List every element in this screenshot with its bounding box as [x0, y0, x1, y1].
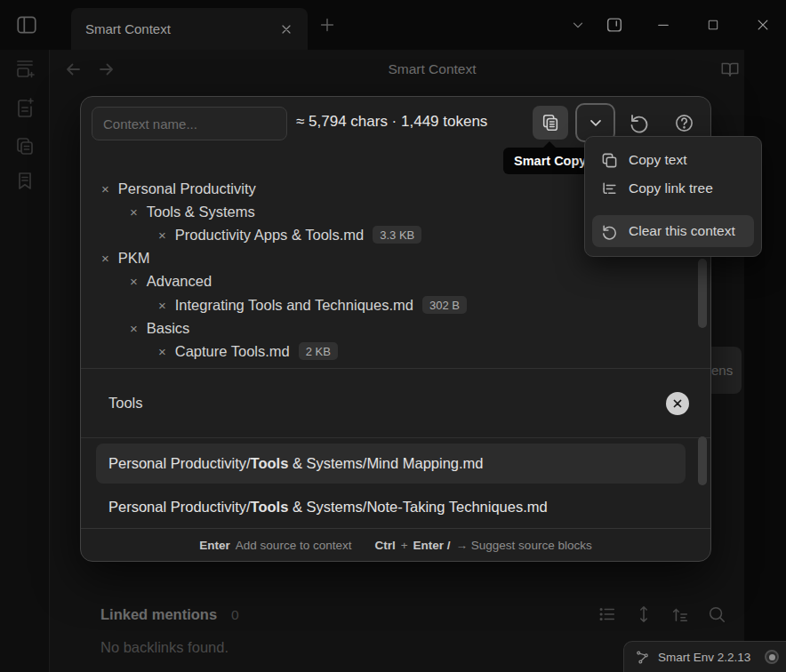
chevron-down-icon: [587, 114, 605, 132]
tab-label: Smart Context: [85, 21, 279, 36]
smart-copy-tooltip: Smart Copy: [503, 148, 597, 174]
tree-label: PKM: [118, 250, 150, 267]
back-icon[interactable]: [62, 59, 84, 80]
undo-icon: [629, 112, 650, 133]
undo-icon: [601, 223, 618, 240]
tree-label: Tools & Systems: [147, 204, 255, 220]
forward-icon[interactable]: [96, 59, 117, 80]
tree-label: Personal Productivity: [118, 180, 256, 197]
size-badge: 302 B: [422, 296, 467, 314]
tree-row[interactable]: ×Advanced: [81, 270, 694, 293]
remove-item-icon[interactable]: ×: [158, 228, 166, 243]
help-button[interactable]: [670, 108, 698, 137]
new-note-icon[interactable]: [14, 98, 36, 119]
new-tab-button[interactable]: [317, 15, 337, 35]
list-tree-icon: [601, 180, 618, 197]
remove-item-icon[interactable]: ×: [158, 344, 166, 359]
size-badge: 3.3 KB: [373, 226, 421, 244]
maximize-button[interactable]: [702, 14, 724, 36]
reading-mode-icon[interactable]: [720, 60, 740, 79]
hint-key-enter: Enter: [199, 539, 230, 552]
hint-enter-label: Add source to context: [236, 539, 352, 552]
remove-item-icon[interactable]: ×: [158, 298, 166, 313]
smart-env-status-indicator: [765, 650, 779, 664]
right-sidebar-toggle-icon[interactable]: [604, 14, 625, 36]
smart-env-label: Smart Env 2.2.13: [658, 651, 757, 664]
tree-label: Integrating Tools and Techniques.md: [175, 297, 413, 314]
remove-item-icon[interactable]: ×: [101, 181, 109, 196]
source-search-input[interactable]: [108, 395, 666, 412]
remove-item-icon[interactable]: ×: [130, 321, 138, 336]
view-header: Smart Context: [50, 50, 786, 89]
tree-row[interactable]: ×Integrating Tools and Techniques.md302 …: [81, 293, 694, 316]
hint-suggest-label: → Suggest source blocks: [456, 539, 592, 552]
smart-copy-button[interactable]: [533, 106, 568, 140]
minimize-button[interactable]: [653, 14, 674, 36]
help-icon: [674, 113, 694, 133]
tab-list-chevron-icon[interactable]: [567, 14, 589, 36]
size-badge: 2 KB: [299, 342, 338, 360]
linked-mentions-count: 0: [231, 607, 239, 622]
clear-search-button[interactable]: [666, 392, 689, 415]
tree-label: Productivity Apps & Tools.md: [175, 227, 364, 244]
view-title: Smart Context: [117, 61, 720, 77]
copy-icon: [601, 152, 618, 169]
sort-asc-icon[interactable]: [670, 604, 690, 624]
updown-icon[interactable]: [634, 604, 654, 624]
tree-label: Basics: [147, 320, 190, 337]
tab-smart-context[interactable]: Smart Context: [71, 8, 308, 50]
tree-row[interactable]: ×Basics: [81, 316, 694, 340]
clear-context-button[interactable]: [625, 108, 654, 137]
tree-label: Advanced: [147, 273, 212, 290]
copy-options-menu: Copy text Copy link tree Clear this cont…: [584, 136, 762, 257]
remove-item-icon[interactable]: ×: [130, 274, 138, 289]
remove-item-icon[interactable]: ×: [130, 204, 138, 220]
bookmark-icon[interactable]: [14, 170, 36, 191]
suggestion-item[interactable]: Personal Productivity/Tools & Systems/No…: [96, 488, 686, 525]
titlebar: Smart Context: [0, 0, 786, 50]
hint-key-enter-slash: Enter /: [413, 539, 451, 552]
tab-close-icon[interactable]: [279, 22, 293, 36]
smart-copy-icon: [541, 113, 560, 132]
bullet-list-icon[interactable]: [598, 604, 617, 624]
menu-item-copy-text[interactable]: Copy text: [592, 146, 754, 174]
statusbar-smart-env[interactable]: Smart Env 2.2.13: [623, 641, 786, 672]
linked-mentions-heading: Linked mentions0: [100, 606, 239, 623]
app-window: Smart Context: [0, 0, 786, 672]
close-window-button[interactable]: [752, 14, 774, 36]
search-icon[interactable]: [707, 604, 726, 624]
sidebar-toggle-icon[interactable]: [15, 13, 38, 36]
tree-row[interactable]: ×Capture Tools.md2 KB: [81, 340, 694, 363]
suggestions-scrollbar[interactable]: [698, 436, 707, 485]
remove-item-icon[interactable]: ×: [101, 251, 109, 266]
menu-item-clear-context[interactable]: Clear this context: [592, 215, 754, 247]
tree-scrollbar[interactable]: [698, 259, 707, 328]
copy-files-icon[interactable]: [14, 136, 36, 157]
suggestion-item[interactable]: Personal Productivity/Tools & Systems/Mi…: [96, 444, 686, 484]
hint-key-ctrl: Ctrl: [374, 539, 395, 552]
ribbon-rail: [0, 50, 50, 672]
source-search-row: [81, 368, 710, 438]
context-name-input[interactable]: [92, 107, 287, 140]
backlinks-toolbar: [598, 604, 726, 624]
menu-item-copy-link-tree[interactable]: Copy link tree: [592, 174, 754, 203]
connections-icon: [635, 650, 650, 665]
tree-label: Capture Tools.md: [175, 343, 290, 360]
smart-context-icon[interactable]: [14, 58, 36, 79]
backlinks-empty-message: No backlinks found.: [100, 639, 229, 656]
hint-bar: Enter Add source to context Ctrl + Enter…: [81, 528, 710, 561]
context-stats: ≈ 5,794 chars · 1,449 tokens: [296, 113, 487, 131]
